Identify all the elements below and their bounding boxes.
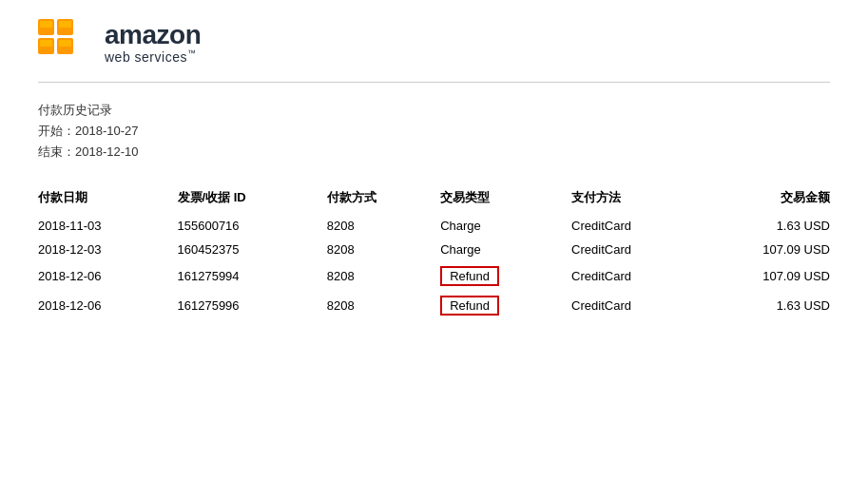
cell-invoice-id: 160452375 [178, 238, 327, 261]
cell-date: 2018-12-03 [38, 238, 178, 261]
table-row: 2018-12-061612759968208RefundCreditCard1… [38, 291, 830, 320]
webservices-wordmark: web services™ [105, 49, 201, 65]
page-title: 付款历史记录 [38, 102, 830, 119]
col-header-payment-way: 支付方法 [571, 183, 704, 214]
table-row: 2018-11-031556007168208ChargeCreditCard1… [38, 214, 830, 238]
col-header-payment-method: 付款方式 [327, 183, 440, 214]
cell-transaction-type: Refund [440, 291, 571, 320]
table-header-row: 付款日期 发票/收据 ID 付款方式 交易类型 支付方法 交易金额 [38, 183, 830, 214]
refund-badge: Refund [440, 266, 499, 286]
logo-container: amazon web services™ [38, 19, 201, 67]
cell-invoice-id: 161275994 [178, 261, 327, 291]
cell-amount: 107.09 USD [704, 261, 830, 291]
cell-invoice-id: 155600716 [178, 214, 327, 238]
col-header-invoice-id: 发票/收据 ID [178, 183, 327, 214]
cell-date: 2018-12-06 [38, 261, 178, 291]
cell-transaction-type: Charge [440, 238, 571, 261]
col-header-amount: 交易金额 [704, 183, 830, 214]
col-header-date: 付款日期 [38, 183, 178, 214]
cell-amount: 1.63 USD [704, 214, 830, 238]
cell-invoice-id: 161275996 [178, 291, 327, 320]
svg-rect-6 [40, 40, 52, 47]
refund-badge: Refund [440, 296, 499, 316]
cell-amount: 107.09 USD [704, 238, 830, 261]
end-date: 结束：2018-12-10 [38, 144, 830, 161]
trademark-symbol: ™ [187, 48, 197, 58]
svg-rect-4 [40, 21, 52, 28]
cell-payment-method: 8208 [327, 214, 440, 238]
logo-text: amazon web services™ [105, 21, 201, 66]
cell-payment-way: CreditCard [571, 238, 704, 261]
cell-payment-method: 8208 [327, 238, 440, 261]
cell-transaction-type: Charge [440, 214, 571, 238]
cell-amount: 1.63 USD [704, 291, 830, 320]
cell-payment-method: 8208 [327, 291, 440, 320]
svg-rect-7 [59, 40, 71, 47]
table-row: 2018-12-061612759948208RefundCreditCard1… [38, 261, 830, 291]
cell-transaction-type: Refund [440, 261, 571, 291]
table-row: 2018-12-031604523758208ChargeCreditCard1… [38, 238, 830, 261]
payment-history-table: 付款日期 发票/收据 ID 付款方式 交易类型 支付方法 交易金额 2018-1… [38, 183, 830, 320]
col-header-transaction-type: 交易类型 [440, 183, 571, 214]
cell-payment-way: CreditCard [571, 214, 704, 238]
amazon-wordmark: amazon [105, 21, 201, 50]
info-section: 付款历史记录 开始：2018-10-27 结束：2018-12-10 [38, 102, 830, 161]
payment-history-table-section: 付款日期 发票/收据 ID 付款方式 交易类型 支付方法 交易金额 2018-1… [38, 183, 830, 320]
cell-payment-method: 8208 [327, 261, 440, 291]
cell-date: 2018-12-06 [38, 291, 178, 320]
svg-rect-5 [59, 21, 71, 28]
aws-logo-icon [38, 19, 95, 67]
start-date: 开始：2018-10-27 [38, 123, 830, 140]
page-header: amazon web services™ [38, 19, 830, 83]
cell-payment-way: CreditCard [571, 291, 704, 320]
cell-date: 2018-11-03 [38, 214, 178, 238]
cell-payment-way: CreditCard [571, 261, 704, 291]
